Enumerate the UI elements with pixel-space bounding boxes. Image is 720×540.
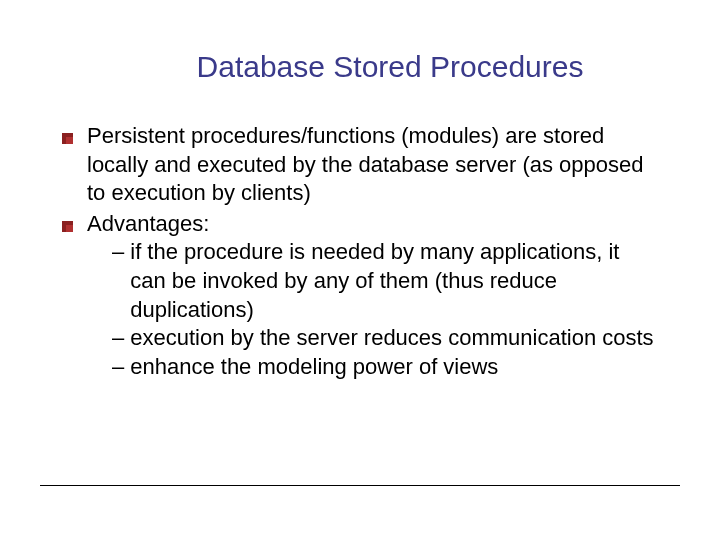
sub-item: – enhance the modeling power of views	[112, 353, 660, 382]
svg-rect-2	[62, 133, 66, 144]
slide: Database Stored Procedures Persistent pr…	[0, 0, 720, 540]
sub-text: execution by the server reduces communic…	[130, 324, 653, 353]
sub-list: – if the procedure is needed by many app…	[87, 238, 660, 381]
bullet-text: Persistent procedures/functions (modules…	[87, 122, 660, 208]
bullet-item: Advantages: – if the procedure is needed…	[62, 210, 660, 382]
sub-item: – execution by the server reduces commun…	[112, 324, 660, 353]
svg-rect-5	[62, 221, 66, 232]
dash-icon: –	[112, 238, 124, 267]
dash-icon: –	[112, 324, 124, 353]
square-bullet-icon	[62, 218, 73, 229]
page-title: Database Stored Procedures	[0, 0, 720, 122]
content-area: Persistent procedures/functions (modules…	[0, 122, 720, 381]
square-bullet-icon	[62, 130, 73, 141]
bullet-text: Advantages:	[87, 210, 660, 239]
sub-text: if the procedure is needed by many appli…	[130, 238, 660, 324]
sub-item: – if the procedure is needed by many app…	[112, 238, 660, 324]
dash-icon: –	[112, 353, 124, 382]
sub-text: enhance the modeling power of views	[130, 353, 498, 382]
bullet-item: Persistent procedures/functions (modules…	[62, 122, 660, 208]
footer-divider	[40, 485, 680, 486]
bullet-block: Advantages: – if the procedure is needed…	[87, 210, 660, 382]
